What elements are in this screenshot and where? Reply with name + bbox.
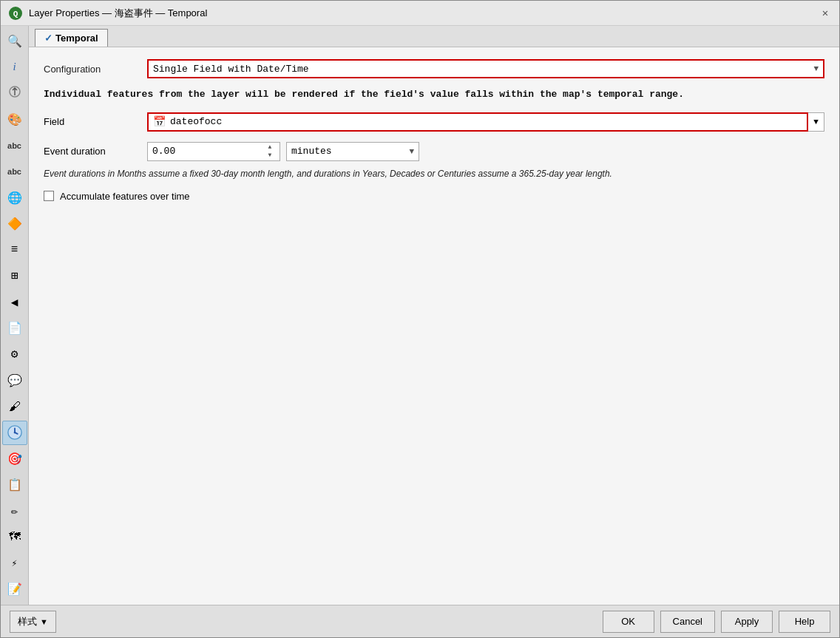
- configuration-row: Configuration Single Field with Date/Tim…: [44, 59, 824, 78]
- content-area: ✓ Temporal Configuration Single Field wi…: [29, 26, 839, 605]
- notes-icon: 📋: [7, 478, 22, 492]
- georef-icon: 🗺: [9, 530, 21, 544]
- duration-row: Event duration 0.00 ▲ ▼ minutes ▼: [44, 142, 824, 161]
- sidebar-item-joins[interactable]: ◀: [2, 290, 27, 314]
- fields-icon: ≡: [11, 243, 18, 257]
- field-arrow-icon: ▼: [813, 118, 819, 126]
- sidebar-item-attributes[interactable]: ⊞: [2, 264, 27, 288]
- rendering-icon: 🖌: [9, 400, 21, 414]
- svg-text:Q: Q: [13, 10, 18, 18]
- duration-value: 0.00: [152, 146, 175, 157]
- sidebar: 🔍 i 🎨 abc abc: [1, 26, 29, 605]
- labels-icon: abc: [7, 141, 21, 150]
- help-button[interactable]: Help: [779, 611, 830, 633]
- duration-spinners: ▲ ▼: [265, 143, 275, 159]
- configuration-select[interactable]: Single Field with Date/Time ▼: [147, 59, 824, 78]
- configuration-control: Single Field with Date/Time ▼: [147, 59, 824, 78]
- actions-icon: ⚙: [11, 347, 18, 362]
- title-bar-left: Q Layer Properties — 海盗事件 — Temporal: [8, 6, 207, 21]
- close-button[interactable]: ✕: [819, 7, 832, 20]
- sidebar-item-diagram[interactable]: 🔶: [2, 211, 27, 236]
- sidebar-item-temporal[interactable]: [2, 421, 27, 445]
- style-button[interactable]: 样式 ▼: [10, 611, 56, 633]
- sidebar-item-3d[interactable]: 🌐: [2, 186, 27, 210]
- accumulate-label: Accumulate features over time: [60, 191, 190, 202]
- temporal-panel: Configuration Single Field with Date/Tim…: [29, 47, 839, 605]
- svg-point-6: [13, 432, 16, 434]
- cancel-button[interactable]: Cancel: [660, 611, 715, 633]
- configuration-value: Single Field with Date/Time: [153, 64, 309, 75]
- search-icon: 🔍: [7, 34, 22, 49]
- calendar-icon: 📅: [153, 115, 166, 128]
- sidebar-item-info[interactable]: i: [2, 55, 27, 79]
- sidebar-item-labels2[interactable]: abc: [2, 160, 27, 184]
- bottom-right: OK Cancel Apply Help: [603, 611, 830, 633]
- variables-icon: ⚡: [12, 557, 18, 569]
- elevation-icon: 🎯: [7, 452, 22, 466]
- tab-temporal[interactable]: ✓ Temporal: [35, 29, 108, 47]
- accumulate-row: Accumulate features over time: [44, 191, 824, 202]
- attributes-icon: ⊞: [11, 268, 18, 283]
- sidebar-item-search[interactable]: 🔍: [2, 29, 27, 53]
- accumulate-checkbox[interactable]: [44, 191, 54, 201]
- field-dropdown-btn[interactable]: ▼: [808, 112, 824, 132]
- sidebar-item-aux[interactable]: 📄: [2, 316, 27, 340]
- sidebar-item-rendering[interactable]: 🖌: [2, 394, 27, 418]
- field-input[interactable]: 📅 dateofocc: [147, 112, 808, 132]
- joins-icon: ◀: [11, 295, 18, 310]
- window-title: Layer Properties — 海盗事件 — Temporal: [29, 7, 207, 20]
- duration-input[interactable]: 0.00 ▲ ▼: [147, 142, 280, 161]
- sidebar-item-notes[interactable]: 📋: [2, 472, 27, 497]
- sidebar-item-georef[interactable]: 🗺: [2, 525, 27, 549]
- qgis-logo: Q: [8, 6, 23, 21]
- apply-button[interactable]: Apply: [721, 611, 773, 633]
- info-text: Individual features from the layer will …: [44, 87, 824, 102]
- diagram-icon: 🔶: [7, 217, 22, 231]
- labels2-icon: abc: [7, 167, 21, 176]
- configuration-label: Configuration: [44, 64, 147, 75]
- tab-temporal-label: Temporal: [55, 33, 98, 44]
- bottom-left: 样式 ▼: [10, 611, 56, 633]
- sidebar-item-symbology[interactable]: 🎨: [2, 107, 27, 132]
- duration-down-btn[interactable]: ▼: [265, 152, 275, 159]
- sidebar-item-labels[interactable]: abc: [2, 133, 27, 157]
- main-area: 🔍 i 🎨 abc abc: [1, 26, 839, 605]
- source-icon: [8, 85, 21, 102]
- title-bar: Q Layer Properties — 海盗事件 — Temporal ✕: [1, 1, 839, 26]
- note-text: Event durations in Months assume a fixed…: [44, 167, 824, 180]
- sidebar-item-digitize[interactable]: ✏: [2, 499, 27, 523]
- 3d-icon: 🌐: [7, 191, 22, 206]
- configuration-arrow-icon: ▼: [813, 64, 819, 73]
- duration-unit-arrow-icon: ▼: [409, 147, 414, 156]
- digitize-icon: ✏: [11, 503, 18, 518]
- clock-icon: [7, 424, 23, 441]
- sidebar-item-actions[interactable]: ⚙: [2, 342, 27, 367]
- duration-unit-select[interactable]: minutes ▼: [286, 142, 419, 161]
- main-window: Q Layer Properties — 海盗事件 — Temporal ✕ 🔍…: [0, 0, 840, 638]
- metadata-icon: 📝: [7, 582, 22, 597]
- field-value: dateofocc: [170, 116, 222, 127]
- info-icon: i: [13, 61, 16, 73]
- sidebar-item-elevation[interactable]: 🎯: [2, 447, 27, 471]
- sidebar-item-source[interactable]: [2, 81, 27, 106]
- symbology-icon: 🎨: [7, 112, 22, 127]
- sidebar-item-fields[interactable]: ≡: [2, 238, 27, 262]
- duration-unit-value: minutes: [291, 146, 332, 157]
- field-label: Field: [44, 116, 147, 127]
- note-years: Years, Decades: [362, 169, 425, 179]
- sidebar-item-display[interactable]: 💬: [2, 368, 27, 393]
- note-centuries: Centuries: [438, 169, 475, 179]
- aux-icon: 📄: [7, 321, 22, 336]
- note-months: Months: [117, 169, 146, 179]
- style-arrow-icon: ▼: [40, 617, 48, 626]
- tab-check-icon: ✓: [44, 33, 52, 44]
- duration-unit-area: minutes ▼: [286, 142, 824, 161]
- ok-button[interactable]: OK: [603, 611, 654, 633]
- duration-up-btn[interactable]: ▲: [265, 143, 275, 151]
- field-row: Field 📅 dateofocc ▼: [44, 112, 824, 132]
- display-icon: 💬: [7, 373, 22, 388]
- sidebar-item-variables[interactable]: ⚡: [2, 551, 27, 575]
- sidebar-item-metadata[interactable]: 📝: [2, 577, 27, 602]
- duration-label: Event duration: [44, 146, 147, 157]
- tab-bar: ✓ Temporal: [29, 26, 839, 47]
